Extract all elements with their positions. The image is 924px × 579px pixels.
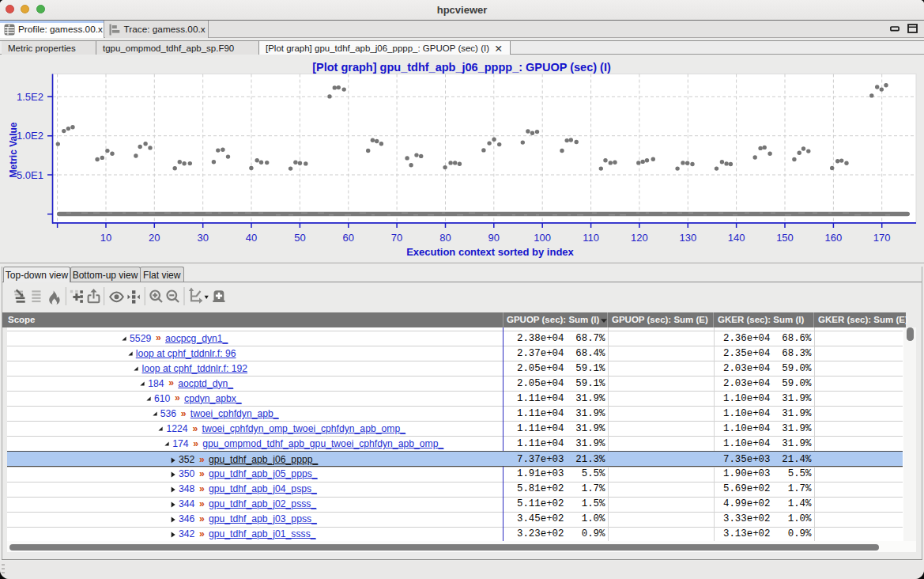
svg-text:30: 30 (197, 231, 208, 243)
svg-text:160: 160 (825, 231, 843, 243)
svg-text:20: 20 (149, 231, 160, 243)
svg-text:Metric Value: Metric Value (8, 122, 19, 177)
svg-text:80: 80 (439, 231, 451, 243)
svg-text:90: 90 (488, 231, 500, 243)
svg-text:130: 130 (679, 231, 696, 243)
svg-text:50: 50 (294, 231, 305, 243)
svg-text:110: 110 (583, 231, 599, 243)
svg-text:100: 100 (534, 231, 551, 243)
svg-text:150: 150 (776, 231, 794, 243)
svg-text:Execution context sorted by in: Execution context sorted by index (406, 245, 574, 257)
svg-text:10: 10 (100, 231, 111, 243)
svg-text:140: 140 (728, 231, 745, 243)
svg-text:70: 70 (391, 231, 402, 243)
svg-text:40: 40 (246, 231, 257, 243)
svg-text:120: 120 (631, 231, 648, 243)
svg-text:60: 60 (343, 231, 354, 243)
svg-text:1.0E2: 1.0E2 (17, 130, 43, 142)
svg-text:5.0E1: 5.0E1 (17, 168, 43, 180)
svg-text:170: 170 (873, 231, 891, 243)
svg-text:1.5E2: 1.5E2 (17, 90, 43, 102)
svg-text:[Plot graph] gpu_tdhf_apb_j06_: [Plot graph] gpu_tdhf_apb_j06_pppp_: GPU… (312, 61, 611, 74)
